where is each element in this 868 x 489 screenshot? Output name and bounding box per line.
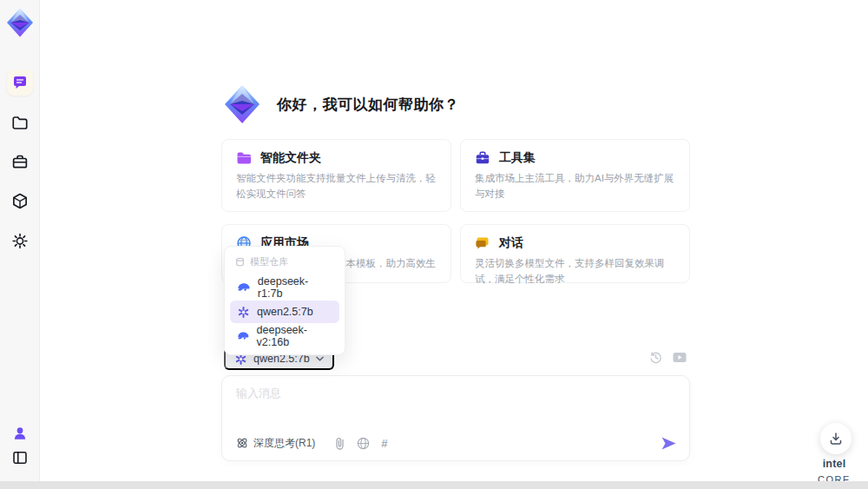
sidebar-item-account[interactable] <box>12 426 28 441</box>
sidebar-item-folders[interactable] <box>11 115 28 131</box>
dropdown-item-qwen[interactable]: qwen2.5:7b <box>230 301 339 323</box>
model-repo-header: 模型仓库 <box>228 251 341 274</box>
sidebar-item-models[interactable] <box>11 193 28 209</box>
greeting-title: 你好，我可以如何帮助你？ <box>277 95 459 115</box>
qwen-logo <box>237 306 250 319</box>
sidebar <box>0 0 40 489</box>
repo-icon <box>235 257 245 267</box>
download-icon <box>829 432 843 446</box>
sidebar-item-chat[interactable] <box>7 69 33 96</box>
cube-icon <box>11 193 28 209</box>
hash-icon[interactable]: # <box>381 437 387 450</box>
deep-think-toggle[interactable]: 深度思考(R1) <box>236 436 315 451</box>
card-toolset[interactable]: 工具集 集成市场上主流工具，助力AI与外界无缝扩展与对接 <box>460 139 690 212</box>
composer-toolbar: 深度思考(R1) # <box>236 433 677 453</box>
attachment-icon[interactable] <box>334 437 345 450</box>
card-description: 灵活切换多模型文件，支持多样回复效果调试，满足个性化需求 <box>475 256 675 287</box>
dropdown-item-deepseek-r1[interactable]: deepseek-r1:7b <box>230 276 339 299</box>
deep-think-label: 深度思考(R1) <box>253 436 315 451</box>
briefcase-icon <box>11 154 28 170</box>
gear-icon <box>11 233 28 249</box>
globe-icon[interactable] <box>357 437 370 450</box>
model-repo-label: 模型仓库 <box>250 255 288 268</box>
deepseek-logo <box>237 281 251 294</box>
send-button[interactable] <box>661 436 677 451</box>
folder-purple-icon <box>236 150 252 166</box>
card-description: 智能文件夹功能支持批量文件上传与清洗，轻松实现文件问答 <box>236 171 437 202</box>
chat-row-actions <box>649 351 687 364</box>
user-icon <box>12 426 28 441</box>
greeting-logo-icon <box>221 83 263 125</box>
atom-icon <box>236 437 248 449</box>
sidebar-item-toolbox[interactable] <box>11 154 28 170</box>
panel-icon <box>12 450 28 466</box>
intel-brand: intel <box>823 458 846 470</box>
model-name: deepseek-v2:16b <box>257 324 332 348</box>
model-name: deepseek-r1:7b <box>258 275 332 300</box>
toolbox-indigo-icon <box>475 150 490 166</box>
message-input[interactable] <box>236 386 675 424</box>
chat-amber-icon <box>475 235 490 251</box>
video-icon[interactable] <box>673 351 687 364</box>
bottom-bar <box>0 481 868 489</box>
card-title: 智能文件夹 <box>260 150 321 166</box>
history-icon[interactable] <box>649 351 662 364</box>
sidebar-item-settings[interactable] <box>11 233 28 249</box>
card-smart-folder[interactable]: 智能文件夹 智能文件夹功能支持批量文件上传与清洗，轻松实现文件问答 <box>221 139 451 212</box>
card-title: 工具集 <box>499 150 536 166</box>
sidebar-toggle[interactable] <box>12 450 28 466</box>
greeting: 你好，我可以如何帮助你？ <box>221 83 459 125</box>
model-dropdown: 模型仓库 deepseek-r1:7b qwen2.5:7b deepseek-… <box>224 246 345 355</box>
card-description: 集成市场上主流工具，助力AI与外界无缝扩展与对接 <box>475 171 675 202</box>
model-name: qwen2.5:7b <box>257 306 313 318</box>
chevron-down-icon <box>316 356 324 361</box>
card-title: 对话 <box>499 235 523 251</box>
dropdown-item-deepseek-v2[interactable]: deepseek-v2:16b <box>230 325 339 347</box>
folder-icon <box>11 115 28 131</box>
app-logo-icon <box>4 7 36 38</box>
card-dialogue[interactable]: 对话 灵活切换多模型文件，支持多样回复效果调试，满足个性化需求 <box>460 224 690 283</box>
deepseek-logo <box>237 329 250 343</box>
chat-bubble-icon <box>12 75 28 90</box>
download-fab[interactable] <box>820 423 852 454</box>
composer: 深度思考(R1) # <box>221 375 690 461</box>
